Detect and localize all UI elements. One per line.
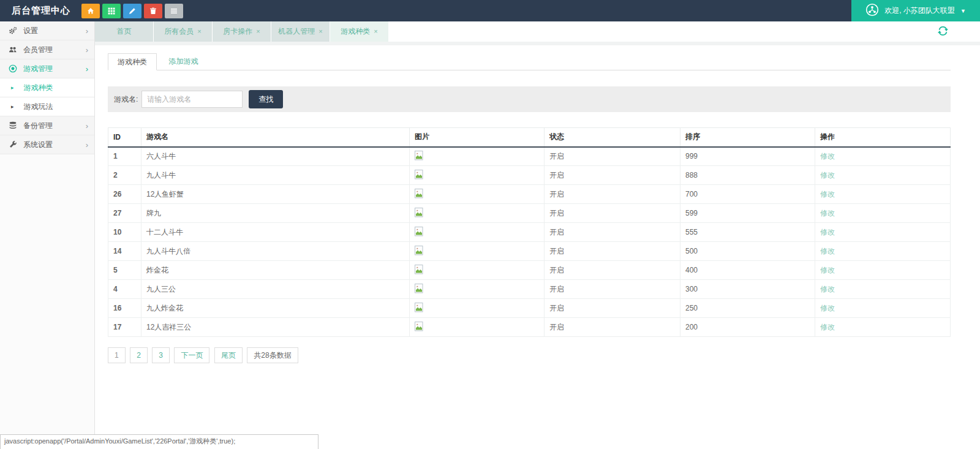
page-button-1[interactable]: 1 <box>108 347 126 363</box>
table-row: 1 六人斗牛 开启 999 修改 <box>108 147 951 166</box>
next-page-button[interactable]: 下一页 <box>174 347 209 363</box>
panel-tab-game-types[interactable]: 游戏种类 <box>108 53 157 70</box>
refresh-icon[interactable] <box>938 26 948 36</box>
delete-button[interactable] <box>144 4 162 18</box>
sidebar-item-label: 备份管理 <box>23 121 86 131</box>
last-page-button[interactable]: 尾页 <box>214 347 243 363</box>
close-icon[interactable]: × <box>256 28 260 35</box>
modify-link[interactable]: 修改 <box>820 304 835 312</box>
header-id: ID <box>108 128 141 147</box>
users-icon <box>8 45 18 54</box>
cell-sort: 200 <box>680 318 815 337</box>
close-icon[interactable]: × <box>197 28 201 35</box>
cell-status: 开启 <box>545 280 680 299</box>
tab-game-types[interactable]: 游戏种类× <box>330 21 389 42</box>
share-globe-icon <box>865 3 879 18</box>
broken-image-icon <box>415 246 423 255</box>
triangle-right-icon: ▸ <box>11 104 14 110</box>
sidebar-item-game-rules[interactable]: ▸ 游戏玩法 <box>0 97 94 116</box>
cell-game-name: 六人斗牛 <box>141 147 410 166</box>
list-icon <box>170 7 178 15</box>
sidebar-item-system[interactable]: 系统设置 › <box>0 135 94 154</box>
cell-id: 10 <box>108 223 141 242</box>
edit-button[interactable] <box>123 4 141 18</box>
cell-game-name: 九人炸金花 <box>141 299 410 318</box>
home-icon <box>87 7 94 15</box>
cell-image <box>410 166 545 185</box>
broken-image-icon <box>415 151 423 160</box>
page-button-3[interactable]: 3 <box>152 347 170 363</box>
table-row: 16 九人炸金花 开启 250 修改 <box>108 299 951 318</box>
user-menu[interactable]: 欢迎, 小苏团队大联盟 ▼ <box>851 0 980 21</box>
modify-link[interactable]: 修改 <box>820 171 835 179</box>
tab-room-card-ops[interactable]: 房卡操作× <box>213 21 271 42</box>
modify-link[interactable]: 修改 <box>820 152 835 160</box>
grid-button[interactable] <box>102 4 121 18</box>
close-icon[interactable]: × <box>374 28 377 35</box>
games-table: ID 游戏名 图片 状态 排序 操作 1 六人斗牛 开启 999 修改 2 九人… <box>108 127 951 337</box>
sidebar-item-settings[interactable]: 设置 › <box>0 21 94 40</box>
cell-action: 修改 <box>815 166 951 185</box>
sidebar-item-members[interactable]: 会员管理 › <box>0 40 94 59</box>
cell-sort: 400 <box>680 261 815 280</box>
sidebar-item-label: 系统设置 <box>23 140 86 150</box>
tab-all-members[interactable]: 所有会员× <box>154 21 213 42</box>
cell-game-name: 炸金花 <box>141 261 410 280</box>
cell-sort: 250 <box>680 299 815 318</box>
main-content: 游戏种类 添加游戏 游戏名: 查找 ID 游戏名 图片 状态 排序 操作 1 六… <box>95 45 980 449</box>
cell-status: 开启 <box>545 166 680 185</box>
search-button[interactable]: 查找 <box>249 90 283 108</box>
soccer-icon <box>8 64 18 73</box>
tab-home[interactable]: 首页 <box>95 21 154 42</box>
cell-image <box>410 242 545 261</box>
cell-game-name: 九人三公 <box>141 280 410 299</box>
modify-link[interactable]: 修改 <box>820 209 835 217</box>
cell-action: 修改 <box>815 204 951 223</box>
tab-label: 房卡操作 <box>223 27 252 36</box>
table-row: 4 九人三公 开启 300 修改 <box>108 280 951 299</box>
cell-action: 修改 <box>815 299 951 318</box>
table-row: 5 炸金花 开启 400 修改 <box>108 261 951 280</box>
sidebar-item-games[interactable]: 游戏管理 › <box>0 59 94 78</box>
modify-link[interactable]: 修改 <box>820 266 835 274</box>
modify-link[interactable]: 修改 <box>820 228 835 236</box>
chevron-right-icon: › <box>86 121 88 130</box>
list-button[interactable] <box>165 4 183 18</box>
welcome-text: 欢迎, 小苏团队大联盟 <box>884 6 955 16</box>
table-row: 2 九人斗牛 开启 888 修改 <box>108 166 951 185</box>
broken-image-icon <box>415 189 423 198</box>
sidebar-item-backup[interactable]: 备份管理 › <box>0 116 94 135</box>
trash-icon <box>149 7 157 15</box>
header-image: 图片 <box>410 128 545 147</box>
page-button-2[interactable]: 2 <box>130 347 148 363</box>
cell-game-name: 12人鱼虾蟹 <box>141 185 410 204</box>
sidebar-item-game-types[interactable]: ▸ 游戏种类 <box>0 78 94 97</box>
chevron-down-icon: ▼ <box>960 8 966 14</box>
cell-id: 4 <box>108 280 141 299</box>
table-row: 10 十二人斗牛 开启 555 修改 <box>108 223 951 242</box>
cell-status: 开启 <box>545 185 680 204</box>
panel-tab-add-game[interactable]: 添加游戏 <box>159 53 207 70</box>
modify-link[interactable]: 修改 <box>820 285 835 293</box>
cell-sort: 888 <box>680 166 815 185</box>
modify-link[interactable]: 修改 <box>820 190 835 198</box>
cell-status: 开启 <box>545 204 680 223</box>
sidebar-item-label: 游戏管理 <box>23 64 86 74</box>
table-row: 14 九人斗牛八倍 开启 500 修改 <box>108 242 951 261</box>
header-action: 操作 <box>815 128 951 147</box>
sidebar: 设置 › 会员管理 › 游戏管理 › ▸ 游戏种类 ▸ 游戏玩法 备份管理 › … <box>0 21 95 449</box>
cell-status: 开启 <box>545 242 680 261</box>
tab-robot-management[interactable]: 机器人管理× <box>271 21 330 42</box>
cell-id: 26 <box>108 185 141 204</box>
cell-id: 1 <box>108 147 141 166</box>
close-icon[interactable]: × <box>318 28 322 35</box>
modify-link[interactable]: 修改 <box>820 323 835 331</box>
table-row: 26 12人鱼虾蟹 开启 700 修改 <box>108 185 951 204</box>
home-button[interactable] <box>81 4 100 18</box>
game-name-input[interactable] <box>141 91 243 108</box>
cell-action: 修改 <box>815 318 951 337</box>
cell-action: 修改 <box>815 242 951 261</box>
topbar: 后台管理中心 欢迎, 小苏团队大联盟 ▼ <box>0 0 980 21</box>
broken-image-icon <box>415 208 423 217</box>
modify-link[interactable]: 修改 <box>820 247 835 255</box>
